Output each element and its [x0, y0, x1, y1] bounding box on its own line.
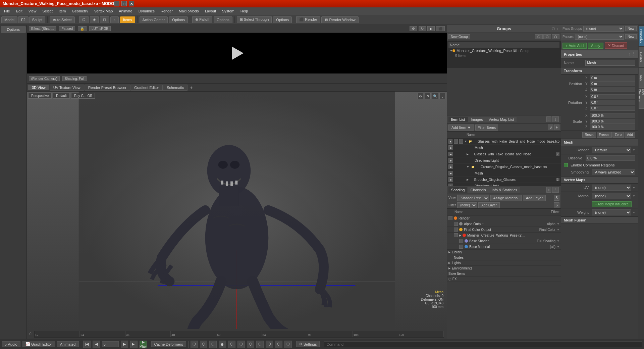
preview-lut-btn[interactable]: LUT: sRGB [89, 26, 111, 31]
group-item-monster[interactable]: ▼ Monster_Creature_Walking_Pose 3 : Grou… [448, 48, 559, 53]
preview-lock-btn[interactable]: 🔒 [78, 26, 87, 31]
auto-add-button[interactable]: + Auto Add [562, 43, 587, 49]
uv-select[interactable]: (none) [592, 185, 631, 191]
command-input[interactable] [324, 341, 642, 347]
rotation-y-input[interactable] [590, 100, 635, 105]
shader-vis-base-shader[interactable] [459, 239, 463, 243]
shader-vis-color[interactable] [454, 228, 458, 232]
menu-geometry[interactable]: Geometry [69, 8, 91, 14]
pass-groups-select[interactable]: (none) [583, 26, 624, 32]
enable-command-checkbox[interactable] [564, 163, 568, 167]
item-vis-gr1[interactable]: ● [448, 164, 453, 169]
tab-schematic[interactable]: Schematic [163, 85, 187, 91]
viewport-more-icon[interactable]: ⋮ [439, 93, 445, 99]
menu-help[interactable]: Help [238, 8, 251, 14]
vtab-surface[interactable]: Surface [639, 47, 644, 67]
item-list-f-btn[interactable]: F [554, 124, 559, 130]
menu-system[interactable]: System [219, 8, 237, 14]
groups-expand-btn[interactable]: ⬡ ↕ [552, 27, 558, 31]
freeze-button[interactable]: Freeze [597, 132, 612, 138]
viewport-3d[interactable]: Perspective Default Ray GL: Off ⚙ ↻ 🔍 ⋮ … [27, 92, 447, 329]
scale-x-input[interactable] [590, 113, 635, 118]
vtab-user-channels[interactable]: User Channels [639, 89, 644, 109]
timeline-marks[interactable]: 12 24 36 48 60 84 96 108 120 [34, 331, 444, 338]
transport-record[interactable]: ⏺ [219, 341, 226, 348]
menu-select[interactable]: Select [40, 8, 55, 14]
transport-extra-5[interactable]: ⬡ [237, 341, 245, 348]
transport-extra-2[interactable]: ⬡ [200, 341, 207, 348]
item-vis-dl1[interactable]: ● [448, 158, 453, 163]
go-back-button[interactable]: ◀ [93, 341, 100, 348]
audio-button[interactable]: ♪ Audio [2, 341, 20, 347]
pass-new-button[interactable]: New [625, 26, 637, 31]
add-view-tab-button[interactable]: + [188, 85, 195, 90]
shader-row-base-material[interactable]: Base Material (all) ▼ [447, 244, 561, 250]
maximize-button[interactable]: □ [121, 1, 127, 6]
tab-gradient-editor[interactable]: Gradient Editor [130, 85, 163, 91]
shader-expand-btn[interactable]: ↕ [546, 187, 551, 193]
go-forward-button[interactable]: ▶ [121, 341, 128, 348]
item-row-groucho-group[interactable]: ● ▶ Groucho_Disguise_Glasses 2 [447, 177, 561, 183]
morph-select[interactable]: (none) [592, 193, 631, 199]
preview-status-btn[interactable]: Paused [59, 26, 75, 31]
menu-file[interactable]: File [1, 8, 13, 14]
smoothing-select[interactable]: Always Enabled [592, 169, 635, 175]
render-button[interactable]: ⬛ Render [296, 16, 320, 23]
transport-extra-8[interactable]: ⬡ [266, 341, 273, 348]
vertex-maps-section[interactable]: Vertex Maps [561, 177, 638, 184]
tab-vertex-map-list[interactable]: Vertex Map List [486, 117, 517, 122]
transform-section[interactable]: Transform [561, 67, 638, 74]
props-expand-btn[interactable]: ↕ ⋮ [629, 52, 635, 56]
viewport-rotate-icon[interactable]: ↻ [425, 93, 431, 99]
transport-extra-3[interactable]: ⬡ [209, 341, 217, 348]
tab-info-statistics[interactable]: Info & Statistics [489, 187, 520, 193]
menu-item[interactable]: Item [56, 8, 68, 14]
menu-render[interactable]: Render [158, 8, 175, 14]
minimize-button[interactable]: ─ [114, 1, 119, 6]
menu-edit[interactable]: Edit [13, 8, 25, 14]
scale-y-input[interactable] [590, 119, 635, 124]
preview-options-btn[interactable]: Effect: (Shadi... [29, 26, 56, 31]
transport-extra-4[interactable]: ⬡ [228, 341, 235, 348]
shader-row-library[interactable]: ▶ Library [447, 250, 561, 255]
position-x-input[interactable] [590, 76, 635, 81]
mesh-section[interactable]: Mesh [561, 139, 638, 146]
transport-extra-9[interactable]: ⬡ [275, 341, 282, 348]
tab-channels[interactable]: Channels [468, 187, 488, 193]
close-button[interactable]: ✕ [129, 1, 134, 6]
shader-s-btn[interactable]: S [554, 195, 559, 201]
select-icon-1[interactable]: ⬡ [79, 16, 89, 23]
sidebar-tab-options[interactable]: Options [1, 26, 26, 33]
item-row-dir-light-1[interactable]: ● Directional Light [447, 157, 561, 164]
viewport-perspective-btn[interactable]: Perspective [28, 93, 52, 99]
item-row-groucho-lxo[interactable]: ● ▼ 📁 Groucho_Disguise_Glasses_modo_base… [447, 164, 561, 170]
shader-row-lights[interactable]: ▶ Lights [447, 260, 561, 266]
tab-render-preset[interactable]: Render Preset Browser [85, 85, 130, 91]
groups-icon-2[interactable]: ⬡ [543, 34, 551, 39]
item-vis-m2[interactable]: ● [448, 171, 453, 176]
preview-viewport[interactable] [27, 33, 447, 73]
tab-item-list[interactable]: Item List [448, 117, 468, 122]
transport-extra-7[interactable]: ⬡ [256, 341, 264, 348]
add-morph-influence-button[interactable]: + Add Morph Influence [592, 201, 632, 207]
options-3-button[interactable]: Options [273, 16, 292, 23]
frame-input[interactable] [102, 341, 119, 347]
add-layer-button[interactable]: Add Layer [523, 195, 546, 201]
shader-row-base-shader[interactable]: Base Shader Full Shading ▼ [447, 238, 561, 244]
menu-vertex-map[interactable]: Vertex Map [92, 8, 116, 14]
item-vis-g1[interactable]: ● [448, 152, 453, 156]
viewport-default-btn[interactable]: Default [53, 93, 70, 99]
shader-more-btn[interactable]: ⋮ [552, 187, 559, 193]
shader-vis-render[interactable] [448, 216, 452, 220]
item-row-mesh-2[interactable]: ● Mesh [447, 170, 561, 177]
shader-row-nodes[interactable]: Nodes [447, 255, 561, 260]
reset-button[interactable]: Reset [582, 132, 596, 138]
viewport-ray-gl-btn[interactable]: Ray GL: Off [71, 93, 95, 99]
mode-f2-button[interactable]: F2 [18, 16, 29, 23]
shading-btn[interactable]: Shading: Full [62, 76, 87, 81]
viewport-settings-icon[interactable]: ⚙ [417, 93, 423, 99]
go-start-button[interactable]: |◀ [83, 341, 91, 348]
shader-s2-btn[interactable]: S [554, 202, 559, 208]
play-button[interactable]: ▶ Play [140, 341, 147, 348]
viewport-zoom-icon[interactable]: 🔍 [432, 93, 438, 99]
